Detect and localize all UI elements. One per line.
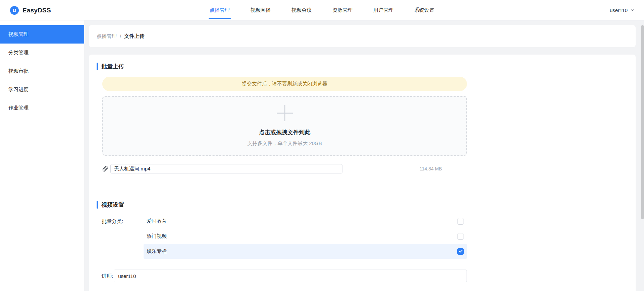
nav-item-live[interactable]: 视频直播 <box>251 0 271 20</box>
main-nav: 点播管理 视频直播 视频会议 资源管理 用户管理 系统设置 <box>210 0 434 20</box>
category-label: 热门视频 <box>147 233 167 239</box>
breadcrumb-current: 文件上传 <box>124 33 144 40</box>
section-header-batch-upload: 批量上传 <box>89 63 636 70</box>
sidebar-item-learning-progress[interactable]: 学习进度 <box>0 80 84 99</box>
nav-item-resources[interactable]: 资源管理 <box>332 0 353 20</box>
section-header-video-settings: 视频设置 <box>89 201 636 209</box>
nav-item-settings[interactable]: 系统设置 <box>414 0 434 20</box>
upload-warning-banner: 提交文件后，请不要刷新或关闭浏览器 <box>102 77 467 91</box>
sidebar-item-video-review[interactable]: 视频审批 <box>0 62 84 80</box>
checkbox-patriotic[interactable] <box>457 218 464 225</box>
checkbox-hot[interactable] <box>457 233 464 240</box>
content-area: 点播管理 / 文件上传 批量上传 提交文件后，请不要刷新或关闭浏览器 点击或拖拽… <box>84 20 644 291</box>
easydss-logo-icon: D <box>10 6 19 15</box>
plus-icon <box>277 105 293 121</box>
vertical-scrollbar[interactable] <box>641 25 644 219</box>
category-list: 爱国教育 热门视频 娱乐专栏 <box>144 214 467 259</box>
dropzone-sub-text: 支持多文件，单个文件最大 20GB <box>247 140 322 147</box>
check-icon <box>459 249 463 253</box>
category-row-entertainment[interactable]: 娱乐专栏 <box>144 244 467 259</box>
upload-warning-text: 提交文件后，请不要刷新或关闭浏览器 <box>242 81 327 87</box>
teacher-input[interactable] <box>114 270 467 282</box>
section-title: 视频设置 <box>101 201 124 209</box>
batch-category-row: 批量分类: 爱国教育 热门视频 娱乐专栏 <box>89 214 636 259</box>
sidebar-item-category-manage[interactable]: 分类管理 <box>0 44 84 62</box>
category-row-patriotic[interactable]: 爱国教育 <box>144 214 467 229</box>
breadcrumb-parent[interactable]: 点播管理 <box>97 33 117 40</box>
uploaded-file-row: 114.84 MB <box>102 164 467 173</box>
teacher-label: 讲师: <box>102 273 113 279</box>
section-accent-bar <box>97 201 98 209</box>
user-name: user110 <box>610 7 628 13</box>
section-accent-bar <box>97 63 98 70</box>
teacher-row: 讲师: <box>89 270 636 282</box>
user-menu[interactable]: user110 <box>610 0 635 20</box>
batch-category-label: 批量分类: <box>102 214 144 259</box>
checkbox-entertainment[interactable] <box>457 248 464 255</box>
dropzone-main-text: 点击或拖拽文件到此 <box>259 129 310 136</box>
upload-panel: 批量上传 提交文件后，请不要刷新或关闭浏览器 点击或拖拽文件到此 支持多文件，单… <box>89 55 636 291</box>
top-navbar: D EasyDSS 点播管理 视频直播 视频会议 资源管理 用户管理 系统设置 … <box>0 0 644 20</box>
section-title: 批量上传 <box>101 63 124 70</box>
nav-item-meeting[interactable]: 视频会议 <box>291 0 312 20</box>
file-name-input[interactable] <box>110 164 342 173</box>
file-size-label: 114.84 MB <box>420 166 442 171</box>
nav-item-vod[interactable]: 点播管理 <box>210 0 230 20</box>
category-row-hot[interactable]: 热门视频 <box>144 229 467 244</box>
sidebar-item-video-manage[interactable]: 视频管理 <box>0 25 84 44</box>
category-label: 娱乐专栏 <box>147 248 167 254</box>
sidebar-item-homework-manage[interactable]: 作业管理 <box>0 99 84 117</box>
brand[interactable]: D EasyDSS <box>10 0 51 20</box>
nav-item-users[interactable]: 用户管理 <box>373 0 393 20</box>
breadcrumb: 点播管理 / 文件上传 <box>89 25 636 47</box>
breadcrumb-separator: / <box>120 33 121 39</box>
file-dropzone[interactable]: 点击或拖拽文件到此 支持多文件，单个文件最大 20GB <box>102 96 467 156</box>
paperclip-icon <box>102 166 108 172</box>
category-label: 爱国教育 <box>147 218 167 224</box>
brand-name: EasyDSS <box>22 7 51 14</box>
chevron-down-icon <box>630 8 635 12</box>
sidebar: 视频管理 分类管理 视频审批 学习进度 作业管理 <box>0 20 84 291</box>
